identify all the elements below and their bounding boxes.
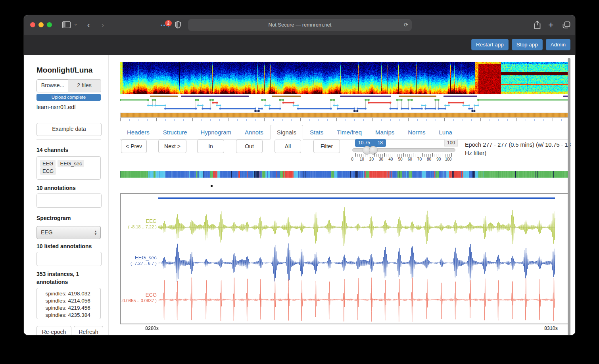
close-window-button[interactable] (30, 22, 35, 27)
tab-luna[interactable]: Luna (432, 125, 459, 140)
extensions-icon[interactable]: 2 (160, 23, 169, 27)
app-title: Moonlight/Luna (36, 66, 92, 75)
hypnogram-track[interactable] (120, 99, 570, 112)
eeg-sec-range: ( -7.27 .. 6.7 ) (120, 261, 157, 266)
sidebar-main-divider (108, 55, 109, 335)
slider-tick-label: 90 (436, 157, 441, 161)
signal-traces[interactable] (121, 194, 570, 324)
channel-tag-eeg[interactable]: EEG (40, 160, 56, 167)
eeg-sec-label: EEG_sec (121, 255, 157, 261)
privacy-shield-icon[interactable] (175, 21, 181, 29)
x-axis-end-label: 8310s (544, 326, 558, 331)
browse-button[interactable]: Browse... (36, 79, 69, 92)
tab-signals[interactable]: Signals (270, 125, 303, 140)
tab-bar: HeadersStructureHypnogramAnnotsSignalsSt… (120, 125, 570, 140)
zoom-in-button[interactable]: In (197, 140, 224, 153)
extension-badge: 2 (165, 20, 172, 26)
instance-item[interactable]: spindles: 4214.056 (42, 297, 100, 305)
restart-app-button[interactable]: Restart app (471, 39, 509, 50)
channels-heading: 14 channels (36, 147, 68, 153)
desktop-background: ⌄ ‹ › 2 Not Secure — remnrem.net ⟳ + Res… (0, 0, 599, 364)
share-icon[interactable] (534, 21, 541, 29)
slider-tick-label: 60 (408, 157, 412, 161)
tab-hypnogram[interactable]: Hypnogram (194, 125, 238, 140)
chevron-down-icon[interactable]: ⌄ (74, 15, 77, 34)
address-bar[interactable]: Not Secure — remnrem.net ⟳ (188, 19, 412, 31)
listed-annotations-heading: 10 listed annotations (36, 243, 92, 249)
filter-button[interactable]: Filter (313, 140, 340, 153)
tab-norms[interactable]: Norms (401, 125, 432, 140)
instance-item[interactable]: spindles: 4235.384 (42, 312, 100, 319)
annotation-bar-brown[interactable] (150, 96, 178, 97)
minimize-window-button[interactable] (38, 22, 44, 27)
epoch-band[interactable] (120, 113, 570, 118)
stop-app-button[interactable]: Stop app (512, 39, 543, 50)
sidebar-divider (36, 139, 101, 140)
prev-button[interactable]: < Prev (121, 140, 147, 153)
tab-stats[interactable]: Stats (303, 125, 330, 140)
annotation-bar-purple[interactable] (181, 96, 249, 97)
files-count-label: 2 files (68, 79, 101, 92)
tab-manips[interactable]: Manips (369, 125, 401, 140)
refresh-button[interactable]: Refresh (74, 326, 103, 335)
admin-button[interactable]: Admin (546, 39, 570, 50)
time-ruler (120, 118, 570, 122)
app-header-buttons: Restart appStop appAdmin (471, 39, 570, 50)
slider-tick-label: 80 (427, 157, 431, 161)
annotation-bar-purple[interactable] (443, 96, 477, 97)
spectrogram-label: Spectrogram (36, 215, 71, 221)
slider-tick-label: 40 (388, 157, 393, 161)
annotation-bars-track (120, 95, 570, 98)
back-button[interactable]: ‹ (87, 15, 90, 35)
example-data-button[interactable]: Example data (36, 123, 102, 136)
channels-select-box[interactable]: EEGEEG_secECG (36, 156, 101, 180)
instance-item[interactable]: spindles: 4219.456 (42, 305, 100, 312)
annotation-bar-brown[interactable] (272, 96, 301, 97)
slider-max-badge: 100 (444, 139, 458, 147)
channel-tag-eeg_sec[interactable]: EEG_sec (58, 160, 84, 167)
spectrogram-image[interactable] (120, 62, 570, 94)
sidebar-toggle-icon[interactable] (62, 21, 71, 28)
channel-tag-ecg[interactable]: ECG (40, 167, 56, 175)
eeg-label: EEG (121, 218, 157, 224)
tab-structure[interactable]: Structure (156, 125, 194, 140)
new-tab-icon[interactable]: + (548, 15, 553, 35)
spectrogram-select-value: EEG (41, 229, 53, 236)
epoch-info-text: Epoch 277 - 277 (0.5 mins) (w/ 10.75 - 1… (465, 141, 575, 157)
select-stepper-icon: ▲▼ (94, 226, 97, 239)
ecg-range: -0.0855 .. 0.0837 ) (120, 298, 157, 303)
stage-color-band[interactable] (120, 171, 570, 178)
listed-annotations-box[interactable] (36, 252, 102, 266)
zoom-out-button[interactable]: Out (236, 140, 263, 153)
signals-plot-panel[interactable]: EEG ( -8.18 .. 7.22 ) EEG_sec ( -7.27 ..… (120, 193, 570, 324)
tab-headers[interactable]: Headers (120, 125, 156, 140)
browser-window: ⌄ ‹ › 2 Not Secure — remnrem.net ⟳ + Res… (24, 15, 575, 335)
instance-item[interactable]: spindles: 4198.032 (42, 290, 100, 297)
maximize-window-button[interactable] (47, 22, 52, 27)
loaded-filename: learn-nsrr01.edf (36, 104, 76, 110)
upload-progress-bar: Upload complete (36, 94, 101, 101)
slider-tick-label: 100 (445, 157, 452, 161)
next-button[interactable]: Next > (158, 140, 186, 153)
x-axis-start-label: 8280s (145, 326, 159, 331)
slider-tick-label: 30 (379, 157, 383, 161)
annotation-marker-dot (211, 185, 213, 187)
annotation-bar-purple[interactable] (340, 96, 391, 97)
ecg-label: ECG (121, 292, 157, 298)
tab-annots[interactable]: Annots (238, 125, 270, 140)
tab-time-freq[interactable]: Time/freq (330, 125, 369, 140)
url-text: Not Secure — remnrem.net (269, 22, 332, 28)
tab-overview-icon[interactable] (563, 21, 570, 29)
re-epoch-button[interactable]: Re-epoch (36, 326, 71, 335)
page-scrollbar[interactable] (568, 58, 570, 335)
forward-button[interactable]: › (102, 15, 104, 35)
reload-icon[interactable]: ⟳ (404, 19, 408, 31)
eeg-range: ( -8.18 .. 7.22 ) (120, 224, 157, 230)
all-button[interactable]: All (275, 140, 301, 153)
annotations-select-box[interactable] (36, 193, 102, 208)
slider-tick-labels: 0102030405060708090100 (352, 157, 455, 162)
slider-tick-label: 10 (360, 157, 364, 161)
instances-list-box[interactable]: spindles: 4198.032 spindles: 4214.056 sp… (36, 288, 101, 319)
spectrogram-channel-select[interactable]: EEG ▲▼ (36, 226, 101, 239)
annotation-bar-brown[interactable] (399, 96, 436, 97)
